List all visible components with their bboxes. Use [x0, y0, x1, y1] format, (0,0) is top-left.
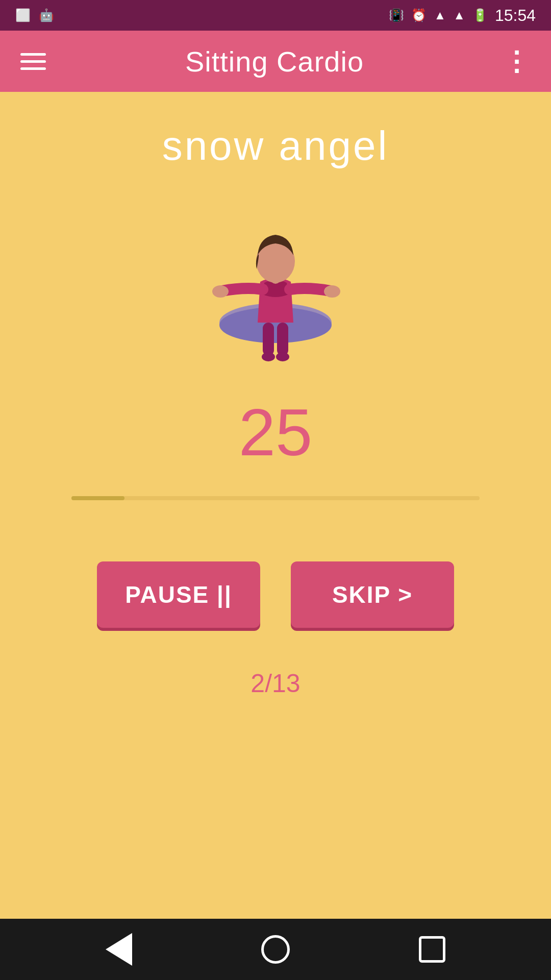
wifi-icon: ▲: [434, 8, 446, 22]
exercise-progress-text: 2/13: [251, 669, 300, 698]
svg-point-6: [212, 285, 229, 298]
recents-icon: [419, 936, 445, 963]
pause-button[interactable]: PAUSE ||: [97, 561, 260, 628]
status-bar-right: 📳 ⏰ ▲ ▲ 🔋 15:54: [389, 6, 536, 25]
exercise-name: snow angel: [162, 122, 389, 169]
signal-icon: ▲: [453, 8, 465, 22]
exercise-counter: 25: [239, 394, 313, 471]
progress-bar-fill: [71, 496, 124, 500]
skip-button[interactable]: SKIP >: [291, 561, 454, 628]
alarm-icon: ⏰: [411, 8, 427, 22]
battery-icon: 🔋: [472, 8, 488, 22]
nav-home-button[interactable]: [258, 932, 293, 967]
back-icon: [106, 933, 132, 966]
svg-point-5: [276, 352, 289, 361]
app-bar-title: Sitting Cardio: [185, 45, 364, 78]
status-bar: ⬜ 🤖 📳 ⏰ ▲ ▲ 🔋 15:54: [0, 0, 551, 31]
home-icon: [261, 935, 290, 964]
nav-back-button[interactable]: [101, 932, 137, 967]
image-icon: ⬜: [15, 8, 31, 22]
svg-rect-2: [263, 323, 274, 356]
svg-rect-3: [277, 323, 288, 356]
vibrate-icon: 📳: [389, 8, 404, 22]
android-icon: 🤖: [39, 8, 54, 22]
main-content: snow angel: [0, 92, 551, 919]
action-buttons: PAUSE || SKIP >: [97, 561, 454, 628]
svg-point-4: [262, 352, 275, 361]
bottom-nav-bar: [0, 919, 551, 980]
menu-button[interactable]: [20, 53, 46, 70]
status-bar-left: ⬜ 🤖: [15, 8, 54, 22]
status-time: 15:54: [495, 6, 536, 25]
progress-bar-container: [71, 496, 480, 500]
exercise-illustration: [189, 200, 362, 363]
nav-recents-button[interactable]: [414, 932, 450, 967]
more-options-button[interactable]: ⋮: [503, 48, 531, 75]
svg-point-7: [324, 285, 340, 298]
app-bar: Sitting Cardio ⋮: [0, 31, 551, 92]
